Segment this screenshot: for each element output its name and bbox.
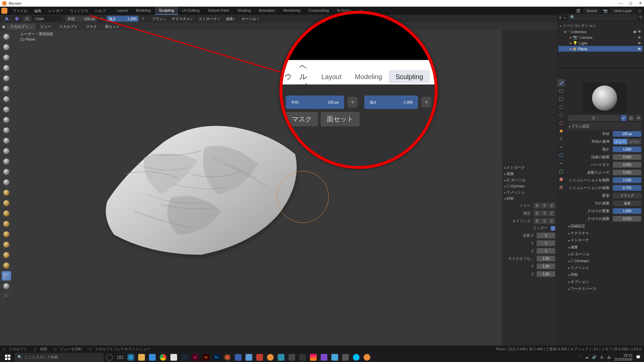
taskbar-clock[interactable]: 18:312020/06/06 (614, 353, 633, 361)
sb-view[interactable]: ビュー (37, 23, 55, 30)
ptab-tool[interactable] (557, 79, 565, 86)
outliner-filter-icon[interactable]: ⌄ (563, 15, 566, 19)
tool-pose[interactable] (2, 230, 11, 239)
pp-clothmass-v[interactable]: 1.000 (613, 208, 641, 214)
pp-cursor[interactable]: ☑ カーソル (568, 251, 641, 258)
ptab-mesh[interactable] (557, 168, 565, 175)
outliner-filter-btn[interactable]: ▽ (639, 15, 642, 19)
brush-icon[interactable] (12, 15, 21, 22)
tb-substance[interactable] (255, 353, 265, 362)
tool-inflate[interactable] (2, 95, 11, 104)
tool-claystrips[interactable] (2, 63, 11, 73)
tool-mask[interactable] (2, 292, 11, 301)
new-viewlayer-icon[interactable]: ◫ (638, 9, 641, 13)
tray-up-icon[interactable]: ˄ (580, 355, 582, 359)
ol-light[interactable]: ▸ 💡Light👁 (558, 40, 643, 46)
pp-hardness-v[interactable]: 0.000 (613, 162, 641, 168)
tile-y[interactable]: Y (541, 218, 548, 224)
menu-window[interactable]: ウィンドウ (66, 7, 92, 15)
ptab-object[interactable] (557, 127, 565, 135)
ws-tab-layout[interactable]: Layout (113, 7, 132, 15)
pp-normal-v[interactable]: 0.500 (613, 154, 641, 160)
menu-file[interactable]: ファイル (9, 7, 31, 15)
tb-app4[interactable] (276, 353, 286, 362)
ws-tab-uvediting[interactable]: UV Editing (178, 7, 204, 15)
tool-claythumb[interactable] (2, 74, 11, 83)
sculpt-mode-selector[interactable]: スカルプト… (7, 23, 36, 30)
tb-app9[interactable] (340, 353, 351, 362)
pp-forcefall-v[interactable]: 放射 (613, 200, 641, 206)
tool-clay[interactable] (2, 53, 11, 62)
brush-number[interactable]: 2 (568, 115, 619, 121)
feather-checkbox[interactable] (551, 226, 555, 231)
tileoff-y-val[interactable]: 1.00 (537, 263, 555, 269)
tool-pinch[interactable] (2, 178, 11, 187)
tb-store[interactable] (147, 353, 157, 362)
tb-chrome[interactable] (158, 353, 168, 362)
sb-mask[interactable]: マスク (83, 23, 100, 30)
tileoff-x[interactable]: 1.00 (537, 256, 555, 261)
brush-dropdown[interactable]: ブラシ (149, 16, 168, 22)
menu-edit[interactable]: 編集 (31, 7, 45, 15)
tool-rotate[interactable] (2, 250, 11, 260)
pp-workspace[interactable]: ワークスペース (568, 285, 641, 292)
strength-field[interactable]: 強さ 1.000 (107, 16, 139, 22)
tool-grab[interactable] (2, 188, 11, 197)
radial-z-val[interactable]: 1 (537, 248, 555, 254)
brush-name-field[interactable]: Cloth (32, 16, 62, 21)
tool-flatten[interactable] (2, 136, 11, 145)
tray-cloud-icon[interactable]: ☁ (585, 355, 589, 359)
tileoff-z-val[interactable]: 1.00 (537, 271, 555, 277)
ptab-texture[interactable] (557, 184, 565, 191)
ptab-particle[interactable] (557, 143, 565, 151)
pp-deform-v[interactable]: ドラッグ (613, 193, 641, 198)
close-button[interactable]: ✕ (639, 1, 642, 5)
lock-x[interactable]: X (534, 210, 540, 216)
lock-y[interactable]: Y (541, 210, 548, 216)
sb-sculpt[interactable]: スカルプト (56, 23, 81, 30)
tb-gsync[interactable] (351, 353, 361, 362)
menu-help[interactable]: ヘルプ (92, 7, 109, 15)
tool-layer[interactable] (2, 84, 11, 94)
tray-sound-icon[interactable]: 🔊 (592, 355, 597, 359)
fake-user-toggle[interactable]: ✔ (621, 115, 627, 121)
ptab-physics[interactable] (557, 152, 565, 159)
pp-options[interactable]: オプション (568, 278, 641, 285)
pp-symmetry[interactable]: 対称 (568, 271, 641, 278)
texture-dropdown[interactable]: テクスチャ (169, 16, 196, 22)
tb-app7[interactable] (319, 353, 329, 362)
pp-strength-v[interactable]: 1.000 (613, 146, 641, 152)
ol-plane[interactable]: ▸ ▦Plane👁 (558, 46, 643, 52)
tb-app6[interactable] (308, 353, 318, 362)
tool-drawsharp[interactable] (2, 43, 11, 52)
tool-multiplane[interactable] (2, 167, 11, 177)
ol-collection[interactable]: ▸ ▫Collection◉ 👁 (558, 29, 643, 35)
tool-simplify[interactable] (2, 282, 11, 291)
ptab-modifier[interactable] (557, 135, 565, 143)
radial-y-val[interactable]: 1 (537, 240, 555, 246)
tb-explorer[interactable] (137, 353, 147, 362)
pp-falloff[interactable]: 減衰 (568, 244, 641, 251)
brush-unlink[interactable]: ✕ (635, 115, 641, 121)
tool-blob[interactable] (2, 105, 11, 114)
viewlayer-field[interactable]: View Layer (610, 8, 636, 13)
ptab-viewlayer[interactable] (557, 103, 565, 111)
pp-remesh[interactable]: リメッシュ (568, 264, 641, 271)
np-symmetry[interactable]: 対称 (502, 195, 557, 202)
tb-app1[interactable] (169, 353, 179, 362)
fake-user-icon[interactable]: 🗋 (23, 16, 31, 21)
tile-z[interactable]: Z (548, 218, 555, 224)
tb-cortana[interactable] (104, 353, 114, 362)
brush-copy[interactable]: ◫ (628, 115, 634, 121)
tool-draw[interactable] (2, 32, 11, 42)
blender-logo-icon[interactable] (1, 8, 7, 14)
pp-stroke[interactable]: ストローク (568, 237, 641, 244)
pp-clothdamp-v[interactable]: 0.010 (613, 216, 641, 222)
np-stroke[interactable]: ストローク (502, 164, 557, 171)
pen-pressure-strength-icon[interactable]: ✎ (140, 16, 146, 22)
tool-scrape[interactable] (2, 157, 11, 166)
mode-dropdown[interactable] (2, 15, 11, 22)
ptab-render[interactable] (557, 87, 565, 95)
ws-tab-texturepaint[interactable]: Texture Paint (204, 7, 233, 15)
pp-simlimit-v[interactable]: 2.500 (613, 177, 641, 183)
